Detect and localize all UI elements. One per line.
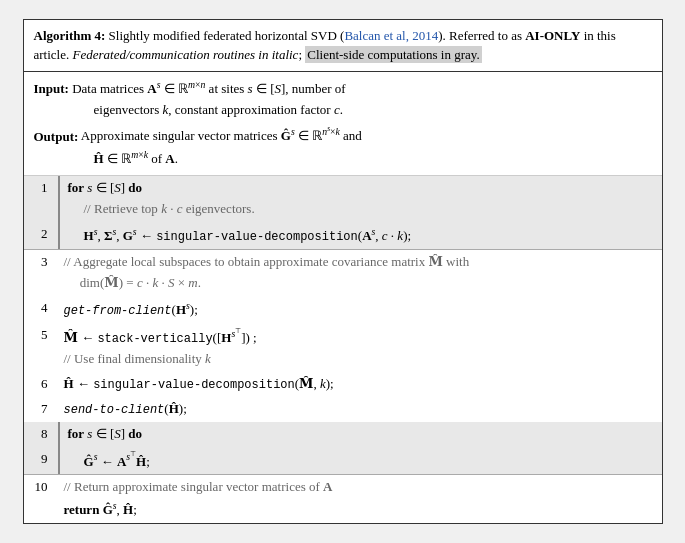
step-number-10: 10 (24, 475, 54, 523)
step-number-8: 8 (24, 422, 54, 447)
step-content-2: Hs, Σs, Gs ← singular-value-decompositio… (64, 222, 662, 250)
step-number-9: 9 (24, 447, 54, 474)
step-1-for: for (68, 180, 85, 195)
step-10: 10 // Return approximate singular vector… (24, 475, 662, 523)
step-9: 9 Ĝs ← As⊤Ĥ; (24, 447, 662, 474)
steps-section: 1 for s ∈ [S] do // Retrieve top k · c e… (24, 176, 662, 523)
input-row: Input: Data matrices As ∈ ℝm×n at sites … (34, 77, 652, 121)
step-number-6: 6 (24, 372, 54, 397)
step-number-7: 7 (24, 397, 54, 422)
step-4: 4 get-from-client(Hs); (24, 296, 662, 324)
step-content-3: // Aggregate local subspaces to obtain a… (60, 250, 662, 296)
step-7: 7 send-to-client(Ĥ); (24, 397, 662, 422)
step-content-10: // Return approximate singular vector ma… (60, 475, 662, 523)
step-2: 2 Hs, Σs, Gs ← singular-value-decomposit… (24, 222, 662, 250)
step-8: 8 for s ∈ [S] do (24, 422, 662, 447)
step-content-9: Ĝs ← As⊤Ĥ; (64, 447, 662, 474)
step-number-2: 2 (24, 222, 54, 250)
algorithm-title: Algorithm 4: (34, 28, 106, 43)
input-label: Input: (34, 81, 69, 96)
step-6: 6 Ĥ ← singular-value-decomposition(M̂, k… (24, 372, 662, 397)
algorithm-box: Algorithm 4: Slightly modified federated… (23, 19, 663, 525)
step-content-7: send-to-client(Ĥ); (60, 397, 662, 422)
output-row: Output: Approximate singular vector matr… (34, 123, 652, 171)
citation-link[interactable]: Balcan et al, 2014 (344, 28, 438, 43)
algorithm-desc1: Slightly modified federated horizontal S… (109, 28, 345, 43)
input-output-section: Input: Data matrices As ∈ ℝm×n at sites … (24, 72, 662, 176)
step-number-1: 1 (24, 176, 54, 222)
output-text2: Ĥ ∈ ℝm×k of A. (34, 147, 652, 170)
step-content-8: for s ∈ [S] do (64, 422, 662, 447)
output-label: Output: (34, 128, 79, 143)
step-content-6: Ĥ ← singular-value-decomposition(M̂, k); (60, 372, 662, 397)
step-1: 1 for s ∈ [S] do // Retrieve top k · c e… (24, 176, 662, 222)
output-text: Approximate singular vector matrices Ĝs … (81, 128, 362, 143)
step-content-5: M̂ ← stack-vertically([Hs⊤]) ; // Use fi… (60, 323, 662, 372)
step-5: 5 M̂ ← stack-vertically([Hs⊤]) ; // Use … (24, 323, 662, 372)
step-number-5: 5 (24, 323, 54, 372)
step-1-comment: // Retrieve top k · c eigenvectors. (68, 199, 654, 220)
algorithm-header: Algorithm 4: Slightly modified federated… (24, 20, 662, 72)
input-text: Data matrices As ∈ ℝm×n at sites s ∈ [S]… (72, 81, 345, 96)
input-text2: eigenvectors k, constant approximation f… (34, 100, 652, 121)
step-number-4: 4 (24, 296, 54, 324)
step-number-3: 3 (24, 250, 54, 296)
step-3: 3 // Aggregate local subspaces to obtain… (24, 250, 662, 296)
step-content-4: get-from-client(Hs); (60, 296, 662, 324)
step-content-1: for s ∈ [S] do // Retrieve top k · c eig… (64, 176, 662, 222)
